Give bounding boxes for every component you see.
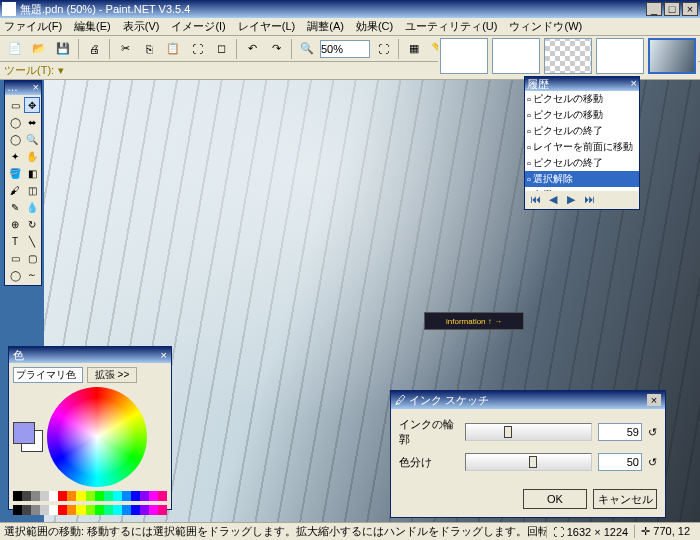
tools-titlebar[interactable]: …×: [5, 81, 41, 95]
palette-swatch[interactable]: [76, 505, 85, 515]
tool-rect-select[interactable]: ▭: [7, 97, 23, 113]
palette-swatch[interactable]: [113, 491, 122, 501]
palette-swatch[interactable]: [131, 505, 140, 515]
palette-swatch[interactable]: [149, 505, 158, 515]
palette-swatch[interactable]: [49, 491, 58, 501]
thumb-2[interactable]: [492, 38, 540, 74]
param1-reset-icon[interactable]: ↺: [648, 426, 657, 439]
cut-icon[interactable]: ✂: [114, 38, 136, 60]
history-rewind-icon[interactable]: ⏮: [527, 193, 543, 207]
palette-swatch[interactable]: [49, 505, 58, 515]
color-mode-select[interactable]: プライマリ色: [13, 367, 83, 383]
menu-effect[interactable]: 効果(C): [356, 19, 393, 34]
palette-swatch[interactable]: [40, 505, 49, 515]
param1-slider[interactable]: [465, 423, 592, 441]
palette-swatch[interactable]: [13, 505, 22, 515]
tool-pencil[interactable]: ✎: [7, 199, 23, 215]
close-button[interactable]: ×: [682, 2, 698, 16]
palette-swatch[interactable]: [113, 505, 122, 515]
ok-button[interactable]: OK: [523, 489, 587, 509]
undo-icon[interactable]: ↶: [241, 38, 263, 60]
palette-swatch[interactable]: [67, 491, 76, 501]
crop-icon[interactable]: ⛶: [186, 38, 208, 60]
thumb-1[interactable]: [440, 38, 488, 74]
history-item[interactable]: ▫ピクセルの移動: [525, 91, 639, 107]
primary-color-swatch[interactable]: [13, 422, 35, 444]
tools-close-icon[interactable]: ×: [33, 81, 39, 95]
history-redo-icon[interactable]: ▶: [563, 193, 579, 207]
tool-eraser[interactable]: ◫: [24, 182, 40, 198]
palette-swatch[interactable]: [140, 491, 149, 501]
param1-input[interactable]: [598, 423, 642, 441]
tool-line[interactable]: ╲: [24, 233, 40, 249]
menu-edit[interactable]: 編集(E): [74, 19, 111, 34]
zoom-fit-icon[interactable]: ⛶: [372, 38, 394, 60]
new-icon[interactable]: 📄: [4, 38, 26, 60]
history-titlebar[interactable]: 履歴×: [525, 77, 639, 91]
palette-swatch[interactable]: [122, 491, 131, 501]
palette-swatch[interactable]: [131, 491, 140, 501]
grid-icon[interactable]: ▦: [403, 38, 425, 60]
history-list[interactable]: ▫ピクセルの移動▫ピクセルの移動▫ピクセルの終了▫レイヤーを前面に移動▫ピクセル…: [525, 91, 639, 191]
palette-swatch[interactable]: [95, 505, 104, 515]
palette-swatch[interactable]: [158, 491, 167, 501]
dialog-titlebar[interactable]: 🖊 インク スケッチ ×: [391, 391, 665, 409]
palette-swatch[interactable]: [40, 491, 49, 501]
palette-swatch[interactable]: [22, 491, 31, 501]
copy-icon[interactable]: ⎘: [138, 38, 160, 60]
tool-ellipse-select[interactable]: ◯: [7, 131, 23, 147]
menu-view[interactable]: 表示(V): [123, 19, 160, 34]
thumb-3[interactable]: [544, 38, 592, 74]
palette-swatch[interactable]: [86, 491, 95, 501]
zoom-icon[interactable]: 🔍: [296, 38, 318, 60]
menu-layer[interactable]: レイヤー(L): [238, 19, 295, 34]
maximize-button[interactable]: □: [664, 2, 680, 16]
palette-swatch[interactable]: [58, 505, 67, 515]
param2-input[interactable]: [598, 453, 642, 471]
tool-zoom[interactable]: 🔍: [24, 131, 40, 147]
tool-move[interactable]: ✥: [24, 97, 40, 113]
open-icon[interactable]: 📂: [28, 38, 50, 60]
redo-icon[interactable]: ↷: [265, 38, 287, 60]
palette-swatch[interactable]: [76, 491, 85, 501]
print-icon[interactable]: 🖨: [83, 38, 105, 60]
tool-gradient[interactable]: ◧: [24, 165, 40, 181]
param2-slider[interactable]: [465, 453, 592, 471]
tool-picker[interactable]: 💧: [24, 199, 40, 215]
palette-swatch[interactable]: [13, 491, 22, 501]
palette-swatch[interactable]: [86, 505, 95, 515]
palette-swatch[interactable]: [67, 505, 76, 515]
history-item[interactable]: ▫選択解除: [525, 171, 639, 187]
cancel-button[interactable]: キャンセル: [593, 489, 657, 509]
menu-file[interactable]: ファイル(F): [4, 19, 62, 34]
zoom-select[interactable]: [320, 40, 370, 58]
history-item[interactable]: ▫ピクセルの終了: [525, 155, 639, 171]
tool-text[interactable]: T: [7, 233, 23, 249]
palette-swatch[interactable]: [104, 505, 113, 515]
palette-swatch[interactable]: [104, 491, 113, 501]
palette-swatch[interactable]: [122, 505, 131, 515]
tool-fill[interactable]: 🪣: [7, 165, 23, 181]
history-undo-icon[interactable]: ◀: [545, 193, 561, 207]
menu-adjust[interactable]: 調整(A): [307, 19, 344, 34]
tool-clone[interactable]: ⊕: [7, 216, 23, 232]
palette-swatch[interactable]: [149, 491, 158, 501]
tool-freeform[interactable]: ～: [24, 267, 40, 283]
history-item[interactable]: ▫ピクセルの終了: [525, 123, 639, 139]
menu-utility[interactable]: ユーティリティ(U): [405, 19, 497, 34]
history-item[interactable]: ▫レイヤーを前面に移動: [525, 139, 639, 155]
color-expand-button[interactable]: 拡張 >>: [87, 367, 137, 383]
history-close-icon[interactable]: ×: [631, 77, 637, 91]
palette-swatch[interactable]: [95, 491, 104, 501]
history-item[interactable]: ▫ピクセルの移動: [525, 107, 639, 123]
tool-wand[interactable]: ✦: [7, 148, 23, 164]
thumb-4[interactable]: [596, 38, 644, 74]
tool-dropdown-icon[interactable]: ▾: [58, 64, 64, 77]
palette-swatch[interactable]: [58, 491, 67, 501]
palette-swatch[interactable]: [31, 491, 40, 501]
color-wheel[interactable]: [47, 387, 147, 487]
thumb-5-selected[interactable]: [648, 38, 696, 74]
save-icon[interactable]: 💾: [52, 38, 74, 60]
tool-ellipse[interactable]: ◯: [7, 267, 23, 283]
dialog-close-icon[interactable]: ×: [647, 394, 661, 406]
